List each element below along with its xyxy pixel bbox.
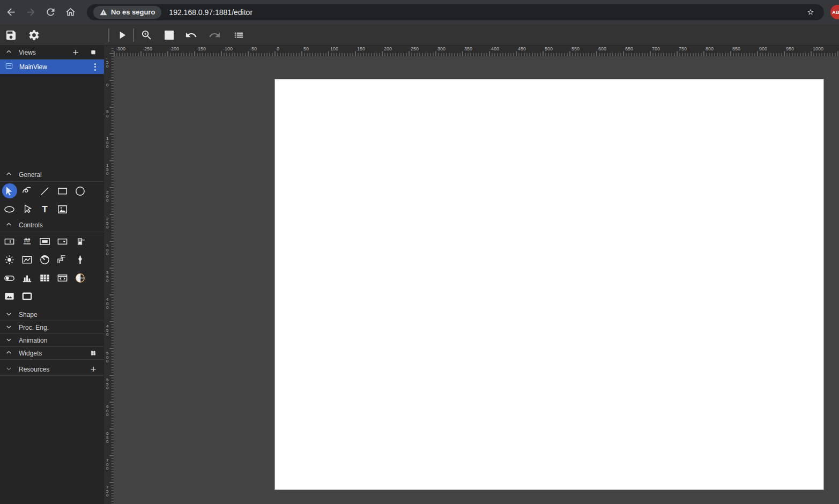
svg-text:550: 550 [571, 46, 580, 51]
chevron-down-icon [5, 336, 13, 345]
svg-text:0: 0 [106, 114, 109, 118]
undo-icon [185, 29, 197, 41]
tool-circle[interactable] [73, 183, 88, 198]
tool-rectangle[interactable] [55, 183, 70, 198]
control-iframe[interactable] [55, 270, 70, 285]
svg-text:0: 0 [106, 225, 109, 229]
tool-ellipse[interactable] [2, 202, 17, 217]
svg-text:0: 0 [106, 359, 109, 364]
svg-text:-300: -300 [116, 46, 125, 51]
section-title-widgets: Widgets [19, 350, 42, 357]
svg-text:0: 0 [106, 198, 109, 203]
list-icon [233, 29, 245, 41]
forward-button[interactable] [21, 3, 40, 21]
widgets-library-button[interactable] [87, 347, 99, 359]
control-select-box[interactable] [55, 234, 70, 249]
tool-polygon[interactable] [20, 202, 35, 217]
bookmark-button[interactable] [804, 5, 818, 19]
chevron-up-icon [5, 48, 13, 57]
play-button[interactable] [112, 25, 131, 45]
canvas-area[interactable] [114, 56, 839, 504]
section-header-general[interactable]: General [0, 168, 104, 182]
tool-image[interactable] [55, 202, 70, 217]
svg-text:50: 50 [303, 46, 309, 51]
view-options-kebab-icon[interactable] [91, 61, 99, 73]
vertical-ruler: -500501001502002503003504004505005506006… [105, 46, 114, 504]
svg-text:-200: -200 [169, 46, 179, 51]
svg-text:0: 0 [106, 278, 109, 283]
svg-text:350: 350 [464, 46, 472, 51]
control-image[interactable] [2, 288, 17, 303]
control-pie-chart[interactable] [73, 270, 88, 285]
svg-text:900: 900 [759, 46, 767, 51]
view-canvas[interactable] [275, 79, 823, 490]
import-view-button[interactable] [87, 47, 99, 58]
section-title-controls: Controls [19, 221, 43, 229]
horizontal-ruler: -300-250-200-150-100-5005010015020025030… [114, 46, 839, 56]
view-item-mainview[interactable]: MainView [0, 60, 104, 74]
control-gauge[interactable] [38, 252, 53, 267]
svg-text:-50: -50 [250, 46, 257, 51]
toolbar-separator [133, 28, 134, 42]
control-panel[interactable] [20, 288, 35, 303]
control-chart[interactable] [20, 252, 35, 267]
section-header-animation[interactable]: Animation [0, 334, 104, 347]
tool-select[interactable] [2, 183, 17, 198]
control-output-value[interactable]: ## [20, 234, 35, 249]
widgets-icon [91, 349, 96, 358]
control-button[interactable] [38, 234, 53, 249]
tool-text[interactable]: T [38, 202, 53, 217]
zoom-in-button[interactable] [137, 25, 156, 45]
control-light[interactable] [2, 252, 17, 267]
svg-text:0: 0 [106, 332, 109, 337]
tool-line[interactable] [38, 183, 53, 198]
item-list-button[interactable] [229, 25, 248, 45]
section-header-controls[interactable]: Controls [0, 218, 104, 232]
control-valve[interactable] [73, 234, 88, 249]
control-slider[interactable] [73, 252, 88, 267]
star-icon [807, 7, 814, 17]
reload-icon [45, 6, 56, 18]
adblock-extension-icon[interactable]: ABP [830, 5, 839, 19]
section-header-widgets[interactable]: Widgets [0, 347, 104, 360]
redo-icon [209, 29, 221, 41]
views-panel-title: Views [19, 49, 36, 56]
control-switch[interactable] [2, 270, 17, 285]
svg-text:300: 300 [437, 46, 446, 51]
chevron-down-icon [5, 310, 13, 320]
svg-text:##: ## [24, 237, 31, 243]
svg-text:0: 0 [106, 412, 109, 417]
address-bar[interactable]: No es seguro 192.168.0.97:1881/editor [87, 4, 824, 20]
home-button[interactable] [61, 3, 79, 21]
grid-icon [163, 29, 175, 41]
svg-text:0: 0 [106, 386, 109, 390]
play-icon [116, 29, 128, 41]
save-button[interactable] [1, 25, 20, 45]
views-panel-header[interactable]: Views + [0, 46, 104, 60]
section-header-shape[interactable]: Shape [0, 308, 104, 321]
svg-text:T: T [42, 204, 48, 214]
control-input[interactable] [2, 234, 17, 249]
redo-button[interactable] [205, 25, 224, 45]
view-icon [5, 62, 13, 72]
section-header-proc-eng[interactable]: Proc. Eng. [0, 321, 104, 334]
add-resource-button[interactable]: + [87, 364, 99, 375]
editor-toolbar [0, 24, 839, 46]
reload-button[interactable] [41, 3, 60, 21]
section-header-resources[interactable]: Resources + [0, 363, 104, 376]
toolbar-separator [108, 28, 109, 42]
back-button[interactable] [2, 3, 20, 21]
add-view-button[interactable]: + [70, 47, 81, 58]
control-bar-chart[interactable] [20, 270, 35, 285]
svg-text:-150: -150 [196, 46, 206, 51]
security-badge[interactable]: No es seguro [93, 6, 161, 19]
svg-text:0: 0 [106, 64, 109, 69]
grid-snap-button[interactable] [159, 25, 179, 45]
undo-button[interactable] [181, 25, 201, 45]
settings-button[interactable] [24, 25, 43, 45]
control-table[interactable] [38, 270, 53, 285]
controls-tool-grid: ## [0, 232, 104, 305]
tool-pen[interactable] [20, 183, 35, 198]
control-pipe[interactable] [55, 252, 70, 267]
svg-text:750: 750 [679, 46, 687, 51]
